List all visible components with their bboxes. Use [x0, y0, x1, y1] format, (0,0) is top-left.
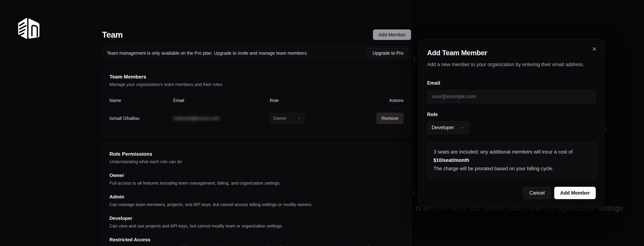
email-field[interactable]: [427, 90, 596, 103]
email-label: Email: [427, 80, 596, 86]
cancel-button[interactable]: Cancel: [523, 187, 551, 199]
role-restricted-access-name: Restricted Access: [110, 237, 404, 243]
role-select-value: Developer: [432, 125, 454, 130]
role-owner-description: Full access to all features including te…: [110, 181, 404, 186]
role-admin: Admin Can manage team members, projects,…: [110, 194, 404, 207]
app-screen: Team Add Member Team management is only …: [0, 0, 644, 246]
role-permissions-title: Role Permissions: [110, 151, 404, 157]
add-team-member-modal: ✕ Add Team Member Add a new member to yo…: [418, 39, 604, 207]
remove-member-button[interactable]: Remove: [376, 113, 404, 124]
column-header-role: Role: [270, 98, 372, 103]
chevron-down-icon: [297, 116, 301, 120]
role-developer-description: Can view and use projects and API keys, …: [110, 224, 404, 229]
page-title: Team: [102, 30, 123, 40]
role-permissions-subtitle: Understanding what each role can do: [110, 159, 404, 164]
close-icon[interactable]: ✕: [592, 46, 597, 52]
role-restricted-access-description: If you want a user to just access the AP…: [110, 245, 404, 246]
modal-title: Add Team Member: [427, 49, 596, 57]
role-developer-name: Developer: [110, 216, 404, 221]
pro-plan-banner: Team management is only available on the…: [102, 46, 411, 60]
page-header: Team Add Member: [102, 29, 411, 40]
pricing-note-price: $10/seat/month: [434, 156, 589, 164]
modal-description: Add a new member to your organization by…: [427, 61, 596, 68]
chevron-down-icon: [460, 126, 464, 130]
add-member-button[interactable]: Add Member: [373, 29, 411, 40]
upgrade-to-pro-button[interactable]: Upgrade to Pro: [368, 48, 408, 58]
column-header-actions: Actions: [372, 98, 404, 103]
member-name: Ismail Ghallou: [110, 116, 173, 121]
team-members-card: Team Members Manage your organization's …: [102, 67, 411, 137]
role-select[interactable]: Developer: [427, 121, 469, 134]
member-email-redacted: redacted@email.com: [173, 116, 270, 121]
member-role-select[interactable]: Owner: [270, 113, 305, 123]
team-members-table: Name Email Role Actions Ismail Ghallou r…: [110, 95, 404, 129]
role-label: Role: [427, 112, 596, 117]
role-permissions-card: Role Permissions Understanding what each…: [102, 144, 411, 246]
brand-cube-logo-icon: [16, 15, 43, 41]
team-members-title: Team Members: [110, 74, 404, 80]
column-header-email: Email: [173, 98, 270, 103]
table-row: Ismail Ghallou redacted@email.com Owner …: [110, 108, 404, 129]
team-members-subtitle: Manage your organization's team members …: [110, 82, 404, 87]
role-restricted-access: Restricted Access If you want a user to …: [110, 237, 404, 246]
modal-footer: Cancel Add Member: [523, 187, 596, 199]
role-developer: Developer Can view and use projects and …: [110, 216, 404, 229]
member-role-value: Owner: [273, 116, 287, 121]
pro-plan-banner-message: Team management is only available on the…: [107, 50, 308, 56]
pricing-note: 3 seats are included; any additional mem…: [427, 142, 596, 179]
table-header-row: Name Email Role Actions: [110, 95, 404, 108]
role-owner-name: Owner: [110, 173, 404, 178]
team-settings-page: Team Add Member Team management is only …: [102, 29, 411, 246]
column-header-name: Name: [110, 98, 173, 103]
role-owner: Owner Full access to all features includ…: [110, 173, 404, 186]
role-admin-name: Admin: [110, 194, 404, 200]
modal-add-member-button[interactable]: Add Member: [554, 187, 596, 199]
pricing-note-line1: 3 seats are included; any additional mem…: [434, 148, 589, 156]
pricing-note-line2: The charge will be prorated based on you…: [434, 164, 589, 173]
role-admin-description: Can manage team members, projects, and A…: [110, 202, 404, 207]
